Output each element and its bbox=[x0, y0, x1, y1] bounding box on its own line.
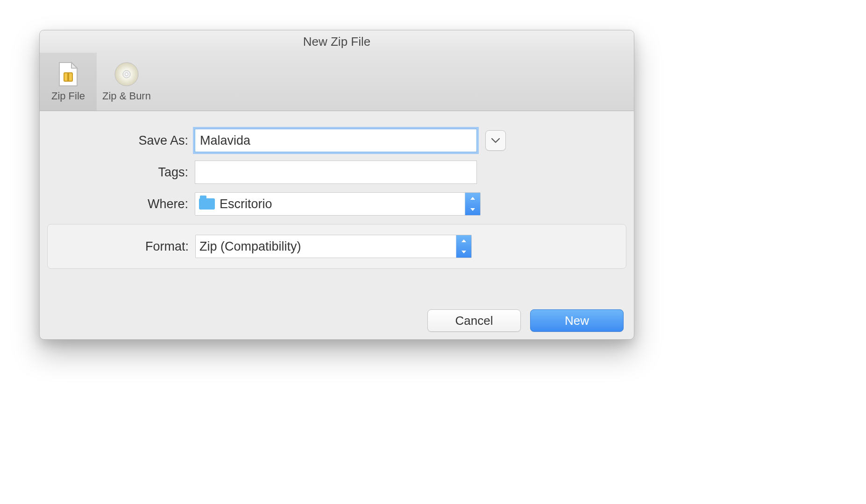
dialog-toolbar: Zip File bbox=[40, 53, 634, 111]
svg-point-4 bbox=[125, 73, 128, 76]
new-button[interactable]: New bbox=[530, 309, 624, 332]
where-value: Escritorio bbox=[220, 193, 272, 215]
where-label: Where: bbox=[40, 197, 195, 211]
save-as-input[interactable] bbox=[195, 129, 477, 152]
disc-icon bbox=[114, 61, 140, 87]
format-label: Format: bbox=[48, 239, 195, 254]
toolbar-tab-zip-file[interactable]: Zip File bbox=[40, 53, 97, 111]
format-panel: Format: Zip (Compatibility) bbox=[47, 224, 626, 269]
folder-icon bbox=[199, 198, 215, 210]
where-popup[interactable]: Escritorio bbox=[195, 192, 481, 216]
format-popup[interactable]: Zip (Compatibility) bbox=[195, 235, 472, 258]
new-zip-file-dialog: New Zip File Zip File bbox=[39, 30, 634, 340]
form-area: Save As: Tags: Where: bbox=[40, 111, 634, 269]
tags-input[interactable] bbox=[195, 161, 477, 184]
popup-stepper-icon bbox=[465, 193, 480, 215]
dialog-footer: Cancel New bbox=[427, 309, 624, 332]
save-as-label: Save As: bbox=[40, 133, 195, 148]
chevron-down-icon bbox=[491, 138, 500, 143]
format-value: Zip (Compatibility) bbox=[199, 235, 301, 258]
toolbar-tab-zip-and-burn[interactable]: Zip & Burn bbox=[97, 53, 156, 111]
dialog-title: New Zip File bbox=[40, 30, 634, 53]
cancel-button[interactable]: Cancel bbox=[427, 309, 521, 332]
toolbar-tab-label: Zip File bbox=[51, 90, 85, 102]
svg-rect-1 bbox=[67, 73, 69, 81]
expand-save-panel-button[interactable] bbox=[485, 130, 506, 151]
zip-file-icon bbox=[55, 61, 81, 87]
toolbar-tab-label: Zip & Burn bbox=[102, 90, 151, 102]
popup-stepper-icon bbox=[456, 235, 471, 258]
tags-label: Tags: bbox=[40, 165, 195, 180]
